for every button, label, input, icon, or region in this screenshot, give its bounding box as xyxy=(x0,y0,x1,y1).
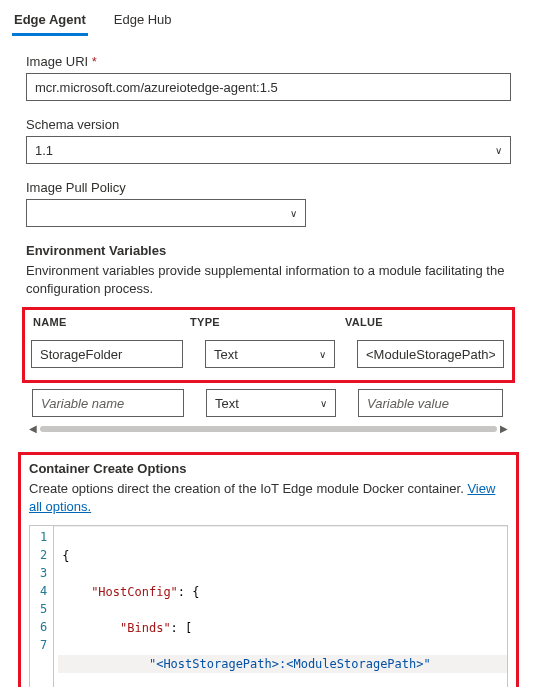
image-uri-input[interactable] xyxy=(26,73,511,101)
env-row: Text ∨ xyxy=(31,340,512,368)
env-value-input-empty[interactable] xyxy=(358,389,503,417)
cco-title: Container Create Options xyxy=(29,461,508,476)
scroll-left-icon[interactable]: ◀ xyxy=(26,423,40,434)
cco-desc: Create options direct the creation of th… xyxy=(29,480,508,515)
env-type-select-empty[interactable]: Text ∨ xyxy=(206,389,336,417)
tabs: Edge Agent Edge Hub xyxy=(12,8,525,36)
code-editor[interactable]: 1 2 3 4 5 6 7 { "HostConfig": { "Binds":… xyxy=(29,525,508,687)
env-name-input[interactable] xyxy=(31,340,183,368)
env-vars-title: Environment Variables xyxy=(26,243,511,258)
line-number: 1 xyxy=(40,528,47,546)
line-number: 2 xyxy=(40,546,47,564)
env-type-select[interactable]: Text ∨ xyxy=(205,340,335,368)
chevron-down-icon: ∨ xyxy=(311,349,334,360)
env-value-input[interactable] xyxy=(357,340,504,368)
image-pull-policy-select[interactable]: ∨ xyxy=(26,199,306,227)
code-body[interactable]: { "HostConfig": { "Binds": [ "<HostStora… xyxy=(54,526,507,687)
env-col-value-header: VALUE xyxy=(345,316,512,328)
env-type-value-empty: Text xyxy=(207,396,312,411)
tab-edge-agent[interactable]: Edge Agent xyxy=(12,8,88,36)
line-number: 5 xyxy=(40,600,47,618)
cco-wrapper: Container Create Options Create options … xyxy=(18,452,519,687)
schema-version-label: Schema version xyxy=(26,117,511,132)
env-name-input-empty[interactable] xyxy=(32,389,184,417)
env-row-empty: Text ∨ xyxy=(32,389,511,417)
chevron-down-icon: ∨ xyxy=(487,145,510,156)
scroll-right-icon[interactable]: ▶ xyxy=(497,423,511,434)
scroll-track[interactable] xyxy=(40,426,497,432)
horizontal-scrollbar[interactable]: ◀ ▶ xyxy=(26,423,511,434)
env-variables-section: Environment Variables Environment variab… xyxy=(26,243,511,434)
image-pull-policy-label: Image Pull Policy xyxy=(26,180,511,195)
line-number: 3 xyxy=(40,564,47,582)
schema-version-value: 1.1 xyxy=(27,143,487,158)
image-uri-label: Image URI * xyxy=(26,54,511,69)
schema-version-group: Schema version 1.1 ∨ xyxy=(26,117,511,164)
tab-edge-hub[interactable]: Edge Hub xyxy=(112,8,174,35)
image-pull-policy-group: Image Pull Policy ∨ xyxy=(26,180,511,227)
env-type-value: Text xyxy=(206,347,311,362)
line-number: 7 xyxy=(40,636,47,654)
schema-version-select[interactable]: 1.1 ∨ xyxy=(26,136,511,164)
env-vars-desc: Environment variables provide supplement… xyxy=(26,262,511,297)
chevron-down-icon: ∨ xyxy=(312,398,335,409)
required-asterisk: * xyxy=(92,54,97,69)
container-create-options-section: Container Create Options Create options … xyxy=(18,452,519,687)
line-number: 4 xyxy=(40,582,47,600)
env-col-name-header: NAME xyxy=(25,316,190,328)
image-uri-group: Image URI * xyxy=(26,54,511,101)
line-number: 6 xyxy=(40,618,47,636)
env-header-row: NAME TYPE VALUE xyxy=(25,310,512,334)
env-vars-highlighted: NAME TYPE VALUE Text ∨ xyxy=(22,307,515,383)
code-gutter: 1 2 3 4 5 6 7 xyxy=(30,526,54,687)
chevron-down-icon: ∨ xyxy=(282,208,305,219)
env-col-type-header: TYPE xyxy=(190,316,345,328)
